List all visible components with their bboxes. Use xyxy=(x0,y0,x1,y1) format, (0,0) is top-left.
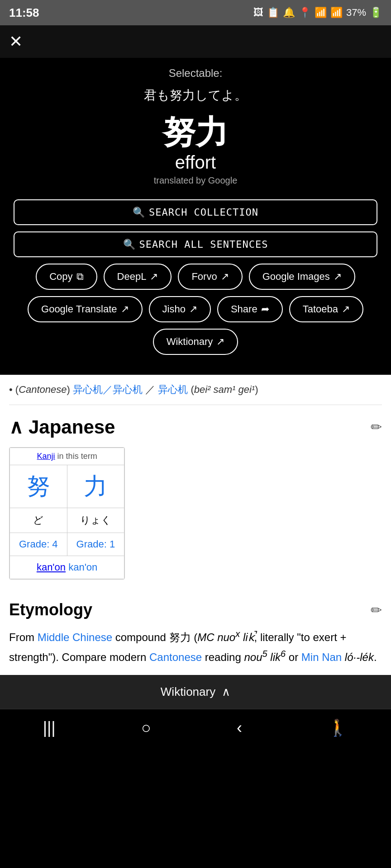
kanji-readings-row: ど りょく xyxy=(10,508,124,533)
share-button[interactable]: Share ➦ xyxy=(217,296,283,322)
japanese-title-text: Japanese xyxy=(29,416,115,438)
alarm-icon: 🔔 xyxy=(283,7,295,19)
kanji-grades-row: Grade: 4 Grade: 1 xyxy=(10,533,124,556)
wifi-icon: 📶 xyxy=(315,7,327,19)
kanon-link[interactable]: kan'on xyxy=(37,561,66,573)
chevron-up-icon: ∧ xyxy=(9,416,23,438)
signal-icon: 📶 xyxy=(330,7,343,19)
grade-link-1[interactable]: Grade: 4 xyxy=(19,538,58,550)
japanese-title: ∧ Japanese xyxy=(9,416,115,438)
forvo-label: Forvo xyxy=(191,271,217,283)
action-buttons-row3: Wiktionary ↗ xyxy=(14,329,377,355)
cantonese-link1[interactable]: 异心机／异心机 xyxy=(73,384,143,395)
search-collection-row: 🔍 SEARCH COLLECTION xyxy=(14,199,377,225)
kanji-main: 努力 xyxy=(14,115,377,151)
wiktionary-button[interactable]: Wiktionary ↗ xyxy=(153,329,238,355)
status-time: 11:58 xyxy=(9,6,39,20)
kanji-table-label: Kanji in this term xyxy=(10,448,124,465)
forvo-icon: ↗ xyxy=(221,271,229,283)
kanji-label-row: Kanji in this term xyxy=(10,448,124,465)
search-all-label: SEARCH ALL SENTENCES xyxy=(139,239,268,250)
kanji-reading-1: ど xyxy=(10,508,67,533)
location-icon: 📍 xyxy=(299,7,311,19)
google-translate-label: Google Translate xyxy=(41,303,117,315)
share-label: Share xyxy=(231,303,257,315)
japanese-section-header: ∧ Japanese ✏ xyxy=(9,405,382,447)
google-translate-icon: ↗ xyxy=(121,303,129,315)
kanon-cell: kan'on kan'on xyxy=(10,556,124,579)
google-translate-button[interactable]: Google Translate ↗ xyxy=(28,296,143,322)
cantonese-sep: ／ xyxy=(145,384,158,395)
google-images-label: Google Images xyxy=(262,271,330,283)
translated-by: translated by Google xyxy=(14,175,377,186)
etymology-edit-icon[interactable]: ✏ xyxy=(371,602,382,618)
nav-profile-button[interactable]: 🚶 xyxy=(328,718,348,737)
japanese-sentence[interactable]: 君も努力してよ。 xyxy=(14,87,377,104)
nav-home-button[interactable]: ○ xyxy=(141,718,151,737)
deepl-button[interactable]: DeepL ↗ xyxy=(104,264,172,290)
etymology-section: Etymology ✏ From Middle Chinese compound… xyxy=(9,596,382,675)
google-images-icon: ↗ xyxy=(334,271,342,283)
nav-back-button[interactable]: ‹ xyxy=(237,718,242,737)
wiktionary-bar-label: Wiktionary xyxy=(161,685,215,699)
kanji-grade-2: Grade: 1 xyxy=(67,533,124,556)
tatoeba-button[interactable]: Tatoeba ↗ xyxy=(289,296,363,322)
action-buttons-row2: Google Translate ↗ Jisho ↗ Share ➦ Tatoe… xyxy=(14,296,377,322)
cantonese-reading-link[interactable]: Cantonese xyxy=(149,651,202,663)
etymology-text: From Middle Chinese compound 努力 (MC nuox… xyxy=(9,627,382,666)
grade-link-2[interactable]: Grade: 1 xyxy=(76,538,115,550)
min-nan-link[interactable]: Min Nan xyxy=(301,651,342,663)
edit-icon[interactable]: ✏ xyxy=(371,419,382,435)
deepl-icon: ↗ xyxy=(150,271,158,283)
kanji-table-wrapper: Kanji in this term 努 力 ど りょく Grade: 4 xyxy=(9,447,125,580)
search-all-sentences-row: 🔍 SEARCH ALL SENTENCES xyxy=(14,231,377,257)
action-buttons-row1: Copy ⧉ DeepL ↗ Forvo ↗ Google Images ↗ xyxy=(14,264,377,290)
forvo-button[interactable]: Forvo ↗ xyxy=(178,264,242,290)
jisho-icon: ↗ xyxy=(189,303,197,315)
notification-icon: 🖼 xyxy=(253,7,263,19)
dark-section: Selectable: 君も努力してよ。 努力 effort translate… xyxy=(0,58,391,375)
search-collection-button[interactable]: 🔍 SEARCH COLLECTION xyxy=(14,199,377,225)
bottom-nav: ||| ○ ‹ 🚶 xyxy=(0,709,391,751)
wiktionary-bar[interactable]: Wiktionary ∧ xyxy=(0,675,391,709)
wiktionary-bar-chevron: ∧ xyxy=(222,685,230,699)
copy-button[interactable]: Copy ⧉ xyxy=(36,264,97,290)
top-bar: ✕ xyxy=(0,25,391,58)
search-collection-icon: 🔍 xyxy=(133,207,145,218)
selectable-label: Selectable: xyxy=(14,67,377,80)
deepl-label: DeepL xyxy=(117,271,147,283)
google-images-button[interactable]: Google Images ↗ xyxy=(249,264,355,290)
kanji-link[interactable]: Kanji xyxy=(37,452,55,461)
share-icon: ➦ xyxy=(261,303,269,315)
cantonese-prefix: • (Cantonese) xyxy=(9,384,73,395)
jisho-label: Jisho xyxy=(162,303,186,315)
close-button[interactable]: ✕ xyxy=(9,33,23,50)
cantonese-row: • (Cantonese) 异心机／异心机 ／ 异心机 (bei² sam¹ g… xyxy=(9,375,382,405)
translation: effort xyxy=(14,152,377,173)
kanji-char-1: 努 xyxy=(10,465,67,508)
wiktionary-label: Wiktionary xyxy=(167,336,213,348)
battery-level: 37% xyxy=(346,7,366,19)
kanji-grade-1: Grade: 4 xyxy=(10,533,67,556)
middle-chinese-link[interactable]: Middle Chinese xyxy=(38,631,112,643)
copy-icon: ⧉ xyxy=(76,271,84,283)
clipboard-icon: 📋 xyxy=(267,7,279,19)
kanji-chars-row: 努 力 xyxy=(10,465,124,508)
nav-menu-button[interactable]: ||| xyxy=(43,718,56,737)
etymology-header: Etymology ✏ xyxy=(9,600,382,619)
wiktionary-icon: ↗ xyxy=(216,336,224,348)
etymology-title: Etymology xyxy=(9,600,92,619)
kanji-char-2: 力 xyxy=(67,465,124,508)
copy-label: Copy xyxy=(49,271,72,283)
tatoeba-icon: ↗ xyxy=(342,303,350,315)
status-bar: 11:58 🖼 📋 🔔 📍 📶 📶 37% 🔋 xyxy=(0,0,391,25)
status-icons: 🖼 📋 🔔 📍 📶 📶 37% 🔋 xyxy=(253,7,382,19)
kanon-row: kan'on kan'on xyxy=(10,556,124,579)
search-all-sentences-button[interactable]: 🔍 SEARCH ALL SENTENCES xyxy=(14,231,377,257)
search-collection-label: SEARCH COLLECTION xyxy=(149,207,258,218)
cantonese-romanization: (bei² sam¹ gei¹) xyxy=(191,384,258,395)
kanji-reading-2: りょく xyxy=(67,508,124,533)
kanji-table: Kanji in this term 努 力 ど りょく Grade: 4 xyxy=(10,448,124,579)
jisho-button[interactable]: Jisho ↗ xyxy=(149,296,211,322)
cantonese-link2[interactable]: 异心机 xyxy=(158,384,188,395)
